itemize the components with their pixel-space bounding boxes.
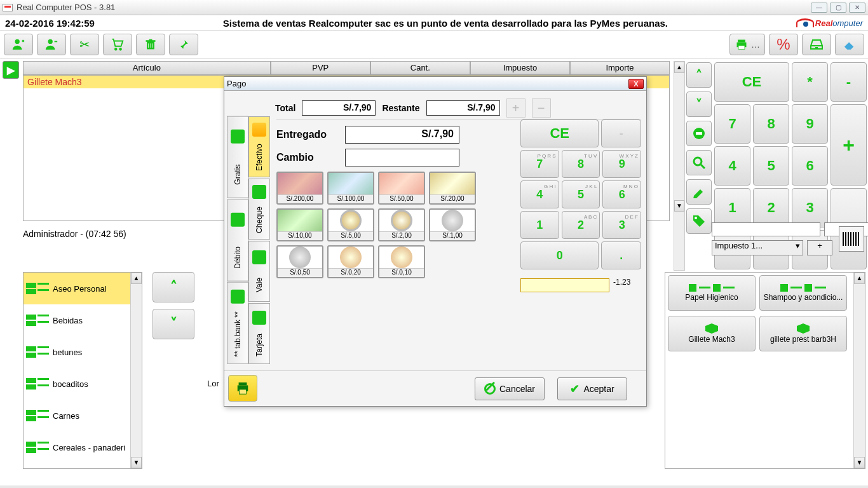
accept-button[interactable]: ✔Aceptar: [557, 377, 627, 400]
dkey-6[interactable]: 6M N O: [602, 180, 641, 208]
key-2[interactable]: 2: [753, 188, 789, 227]
maximize-button[interactable]: ▢: [830, 3, 846, 13]
tab-debito[interactable]: Débito: [227, 200, 248, 281]
dkey-2[interactable]: 2A B C: [562, 211, 600, 239]
product-tile[interactable]: Shampoo y acondicio...: [759, 275, 847, 311]
dialog-minus-button[interactable]: −: [532, 98, 551, 118]
tab-vale[interactable]: Vale: [248, 241, 270, 302]
denom-050[interactable]: S/.0,50: [276, 245, 323, 278]
dialog-close-button[interactable]: X: [628, 79, 644, 89]
category-item[interactable]: Cereales - panaderi: [24, 431, 142, 463]
tab-tarjeta[interactable]: Tarjeta: [248, 303, 270, 364]
dkey-ce[interactable]: CE: [520, 119, 599, 147]
key-3[interactable]: 3: [792, 188, 828, 227]
payment-tabs: Gratis Débito ** tab.bank ** Efectivo Ch…: [227, 116, 274, 364]
cart-button[interactable]: [103, 34, 132, 55]
tax-select[interactable]: Impuesto 1... ▾: [712, 240, 803, 255]
key-1[interactable]: 1: [714, 188, 750, 227]
amount-input[interactable]: [520, 278, 609, 292]
tab-cheque[interactable]: Cheque: [248, 179, 270, 240]
category-item[interactable]: Bebidas: [24, 304, 142, 336]
tab-efectivo[interactable]: Efectivo: [248, 116, 270, 177]
product-scrollbar[interactable]: ▲▼: [853, 273, 865, 468]
key-5[interactable]: 5: [753, 146, 789, 186]
right-scrollbar[interactable]: ▲▼: [674, 61, 685, 271]
category-up-button[interactable]: ˄: [153, 272, 194, 302]
col-articulo[interactable]: Artículo: [23, 61, 271, 75]
cancel-button[interactable]: Cancelar: [475, 377, 545, 400]
svg-point-0: [15, 39, 20, 44]
eraser-button[interactable]: [835, 34, 864, 55]
col-impuesto[interactable]: Impuesto: [470, 61, 570, 75]
col-importe[interactable]: Importe: [570, 61, 670, 75]
denom-2[interactable]: S/.2,00: [378, 208, 425, 241]
tag-button[interactable]: [686, 208, 712, 234]
dkey-4[interactable]: 4G H I: [520, 180, 559, 208]
category-scrollbar[interactable]: ▲▼: [130, 273, 142, 468]
denom-200[interactable]: S/.200,00: [276, 172, 323, 205]
key-4[interactable]: 4: [714, 146, 750, 186]
search-button[interactable]: [686, 150, 712, 175]
category-item[interactable]: Carnes: [24, 400, 142, 431]
tab-bank[interactable]: ** tab.bank **: [227, 282, 248, 364]
field-1[interactable]: [712, 222, 820, 236]
key-ce[interactable]: CE: [714, 62, 789, 102]
percent-button[interactable]: %: [769, 34, 798, 55]
dkey-7[interactable]: 7P Q R S: [520, 150, 559, 178]
close-button[interactable]: ✕: [849, 3, 865, 13]
collapse-sidebar-button[interactable]: ▶: [3, 61, 19, 79]
down-button[interactable]: ˅: [686, 92, 712, 117]
dkey-minus[interactable]: -: [601, 119, 641, 147]
category-item[interactable]: Aseo Personal: [24, 273, 142, 304]
add-user-button[interactable]: [4, 34, 33, 55]
dkey-8[interactable]: 8T U V: [562, 150, 600, 178]
minimize-button[interactable]: —: [811, 3, 827, 13]
denom-20[interactable]: S/.20,00: [429, 172, 476, 205]
dkey-5[interactable]: 5J K L: [562, 180, 600, 208]
dkey-0[interactable]: 0: [520, 241, 599, 269]
edit-button[interactable]: [686, 179, 712, 205]
col-cant[interactable]: Cant.: [370, 61, 470, 75]
denom-010[interactable]: S/.0,10: [378, 245, 425, 278]
category-down-button[interactable]: ˅: [153, 309, 194, 339]
pin-button[interactable]: [169, 34, 198, 55]
cut-button[interactable]: ✂: [70, 34, 99, 55]
col-pvp[interactable]: PVP: [271, 61, 370, 75]
key-6[interactable]: 6: [792, 146, 828, 186]
marquee-text: Sistema de ventas Realcomputer sac es un…: [95, 18, 796, 29]
denom-1[interactable]: S/.1,00: [429, 208, 476, 241]
key-star[interactable]: *: [792, 62, 828, 102]
dkey-1[interactable]: 1: [520, 211, 559, 239]
dkey-dot[interactable]: .: [601, 241, 641, 269]
remove-user-button[interactable]: [37, 34, 66, 55]
denom-5[interactable]: S/.5,00: [327, 208, 374, 241]
entregado-value[interactable]: S/.7,90: [345, 126, 459, 144]
denom-10[interactable]: S/.10,00: [276, 208, 323, 241]
category-item[interactable]: bocaditos: [24, 368, 142, 400]
key-plus[interactable]: +: [831, 104, 867, 186]
key-minus[interactable]: -: [831, 62, 867, 102]
barcode-button[interactable]: [839, 226, 864, 252]
product-tile[interactable]: Gillete Mach3: [668, 316, 756, 351]
up-button[interactable]: ˄: [686, 62, 712, 88]
denom-100[interactable]: S/.100,00: [327, 172, 374, 205]
product-tile[interactable]: Papel Higienico: [668, 275, 756, 311]
key-7[interactable]: 7: [714, 104, 750, 144]
tax-plus-button[interactable]: +: [807, 240, 832, 255]
denom-020[interactable]: S/.0,20: [327, 245, 374, 278]
category-item[interactable]: betunes: [24, 336, 142, 368]
cancel-icon: [484, 383, 496, 395]
key-9[interactable]: 9: [792, 104, 828, 144]
dkey-9[interactable]: 9W X Y Z: [602, 150, 641, 178]
dialog-print-button[interactable]: [228, 375, 257, 402]
minus-circle-button[interactable]: [686, 121, 712, 146]
product-tile[interactable]: gillete prest barb3H: [759, 316, 847, 351]
delete-button[interactable]: [136, 34, 165, 55]
dialog-plus-button[interactable]: +: [506, 98, 526, 118]
drawer-button[interactable]: [802, 34, 831, 55]
key-8[interactable]: 8: [753, 104, 789, 144]
dkey-3[interactable]: 3D E F: [602, 211, 641, 239]
denom-50[interactable]: S/.50,00: [378, 172, 425, 205]
tab-gratis[interactable]: Gratis: [227, 116, 248, 198]
print-button[interactable]: …: [729, 34, 765, 55]
